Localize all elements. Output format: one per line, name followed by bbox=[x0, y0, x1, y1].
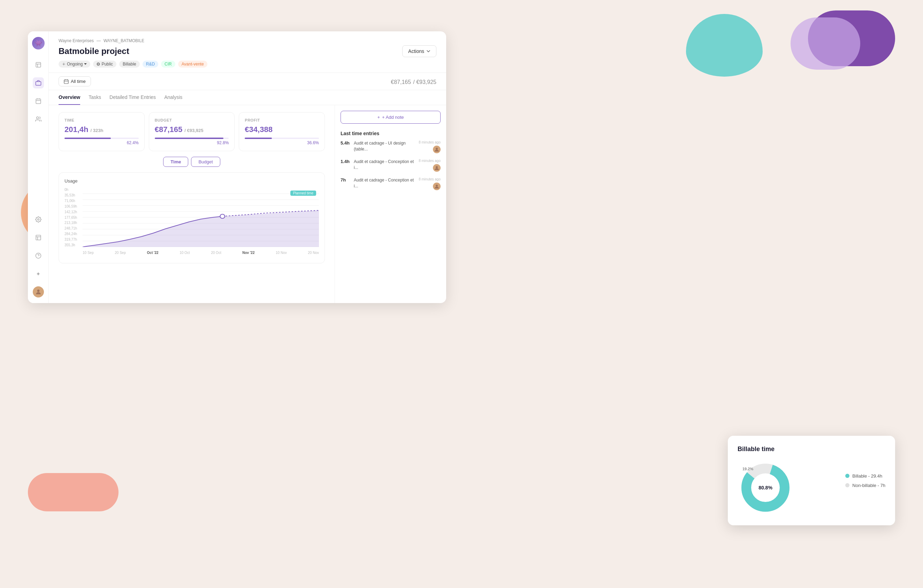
ongoing-icon bbox=[62, 62, 66, 66]
add-note-plus-icon: + bbox=[377, 115, 380, 120]
breadcrumb-company: Wayne Enterprises bbox=[59, 38, 94, 43]
toggle-budget-button[interactable]: Budget bbox=[191, 157, 220, 167]
legend-billable: Billable - 29.4h bbox=[845, 473, 885, 478]
billable-label: Billable - 29.4h bbox=[852, 473, 882, 478]
billable-dot bbox=[845, 474, 849, 478]
stat-card-budget: BUDGET €87,165 / €93,925 92.8% bbox=[149, 112, 235, 151]
tag-ongoing[interactable]: Ongoing bbox=[59, 61, 90, 67]
stat-time-sub: / 323h bbox=[90, 128, 103, 133]
entry-meta-2: 8 minutes ago bbox=[419, 159, 440, 172]
add-note-button[interactable]: + + Add note bbox=[340, 111, 440, 124]
nonbillable-dot bbox=[845, 483, 849, 487]
tag-billable[interactable]: Billable bbox=[119, 61, 140, 67]
stat-budget-value: €87,165 / €93,925 bbox=[155, 125, 229, 134]
tag-cir[interactable]: CIR bbox=[161, 61, 175, 67]
total-current: €87,165 bbox=[391, 79, 411, 85]
stat-card-time: TIME 201,4h / 323h 62.4% bbox=[59, 112, 145, 151]
user-avatar[interactable] bbox=[33, 286, 44, 298]
entry-desc-3: Audit et cadrage - Conception et i... bbox=[354, 177, 416, 189]
chart-y-labels: 355,3h 319,77h 284,24h 248,71h 213,18h 1… bbox=[64, 188, 82, 247]
entry-time-2: 8 minutes ago bbox=[419, 159, 440, 163]
svg-point-28 bbox=[436, 185, 438, 187]
tag-avant[interactable]: Avant-vente bbox=[178, 61, 207, 67]
last-entries-title: Last time entries bbox=[340, 131, 440, 136]
stat-time-progress bbox=[64, 138, 139, 139]
stat-budget-label: BUDGET bbox=[155, 118, 229, 122]
svg-rect-8 bbox=[36, 235, 41, 240]
sidebar-item-table[interactable] bbox=[33, 232, 44, 243]
navigation-tabs: Overview Tasks Detailed Time Entries Ana… bbox=[49, 90, 446, 105]
entry-time-1: 8 minutes ago bbox=[419, 140, 440, 144]
left-panel: TIME 201,4h / 323h 62.4% BUDGET €87,165 … bbox=[49, 105, 335, 303]
chevron-down-small-icon bbox=[84, 63, 87, 66]
project-title: Batmobile project bbox=[59, 46, 129, 56]
stat-profit-value: €34,388 bbox=[245, 125, 319, 134]
stat-profit-fill bbox=[245, 138, 272, 139]
time-entry-2: 1.4h Audit et cadrage - Conception et i.… bbox=[340, 159, 440, 172]
breadcrumb-code: WAYNE_BATMOBILE bbox=[103, 38, 144, 43]
billable-card: Billable time 80.8% 19.2% Billable - 29.… bbox=[728, 436, 895, 525]
decorative-blob-salmon bbox=[28, 473, 118, 511]
all-time-filter-button[interactable]: All time bbox=[59, 76, 91, 87]
planned-time-badge: Planned time bbox=[291, 190, 316, 196]
calendar-icon bbox=[64, 79, 69, 84]
actions-button[interactable]: Actions bbox=[402, 45, 437, 57]
stat-profit-pct: 36.6% bbox=[245, 140, 319, 145]
globe-icon bbox=[97, 62, 100, 66]
entry-hours-1: 5.4h bbox=[340, 140, 351, 146]
tag-rd[interactable]: R&D bbox=[143, 61, 158, 67]
tab-time-entries[interactable]: Detailed Time Entries bbox=[110, 90, 156, 105]
svg-point-27 bbox=[436, 166, 438, 168]
sidebar-item-profile[interactable] bbox=[33, 59, 44, 70]
entry-desc-2: Audit et cadrage - Conception et i... bbox=[354, 159, 416, 171]
entry-avatar-2 bbox=[433, 164, 440, 172]
decorative-blob-teal bbox=[686, 14, 763, 77]
stat-profit-progress bbox=[245, 138, 319, 139]
tags-row: Ongoing Public Billable R&D CIR Avant-ve… bbox=[59, 61, 437, 67]
date-filter-bar: All time €87,165 / €93,925 bbox=[49, 73, 446, 90]
sidebar-item-team[interactable] bbox=[33, 113, 44, 125]
chart-area: 355,3h 319,77h 284,24h 248,71h 213,18h 1… bbox=[64, 188, 319, 257]
svg-point-25 bbox=[220, 214, 225, 218]
entry-avatar-3 bbox=[433, 183, 440, 190]
chart-x-labels: 10 Sep 20 Sep Oct '22 10 Oct 20 Oct Nov … bbox=[83, 248, 319, 257]
header-top: Batmobile project Actions bbox=[59, 45, 437, 57]
svg-rect-0 bbox=[36, 62, 41, 67]
stat-time-value: 201,4h / 323h bbox=[64, 125, 139, 134]
billable-legend: Billable - 29.4h Non-billable - 7h bbox=[845, 473, 885, 488]
stat-card-profit: PROFIT €34,388 36.6% bbox=[239, 112, 325, 151]
sidebar-logo[interactable]: 👾 bbox=[32, 37, 44, 49]
sidebar-item-settings[interactable] bbox=[33, 214, 44, 225]
svg-point-12 bbox=[64, 64, 64, 65]
sidebar-item-calendar[interactable] bbox=[33, 95, 44, 106]
sidebar-item-sparkle[interactable]: ✦ bbox=[33, 268, 44, 279]
chevron-down-icon bbox=[426, 49, 430, 53]
toggle-time-button[interactable]: Time bbox=[163, 157, 188, 167]
entry-hours-3: 7h bbox=[340, 177, 351, 183]
svg-rect-2 bbox=[36, 99, 41, 104]
add-note-label: + Add note bbox=[382, 115, 404, 120]
content-area: TIME 201,4h / 323h 62.4% BUDGET €87,165 … bbox=[49, 105, 446, 303]
chart-svg-container: Planned time bbox=[83, 188, 319, 247]
tab-tasks[interactable]: Tasks bbox=[89, 90, 101, 105]
stat-budget-progress bbox=[155, 138, 229, 139]
svg-point-11 bbox=[37, 290, 39, 292]
chart-toggle: Time Budget bbox=[59, 157, 325, 167]
sidebar-item-briefcase[interactable] bbox=[33, 77, 44, 88]
usage-chart: Usage 355,3h 319,77h 284,24h 248,71h 213… bbox=[59, 172, 325, 263]
stat-cards: TIME 201,4h / 323h 62.4% BUDGET €87,165 … bbox=[59, 112, 325, 151]
tag-public[interactable]: Public bbox=[93, 61, 117, 67]
donut-chart: 80.8% 19.2% bbox=[737, 460, 793, 516]
entry-meta-3: 8 minutes ago bbox=[419, 177, 440, 190]
main-content: Wayne Enterprises — WAYNE_BATMOBILE Batm… bbox=[49, 31, 446, 303]
svg-rect-1 bbox=[36, 82, 41, 85]
tab-analysis[interactable]: Analysis bbox=[164, 90, 182, 105]
stat-time-label: TIME bbox=[64, 118, 139, 122]
project-header: Wayne Enterprises — WAYNE_BATMOBILE Batm… bbox=[49, 31, 446, 73]
stat-time-fill bbox=[64, 138, 111, 139]
svg-rect-14 bbox=[64, 80, 68, 84]
main-window: 👾 ✦ bbox=[28, 31, 446, 303]
usage-chart-svg bbox=[83, 188, 319, 247]
sidebar-item-help[interactable] bbox=[33, 250, 44, 261]
tab-overview[interactable]: Overview bbox=[59, 90, 80, 105]
